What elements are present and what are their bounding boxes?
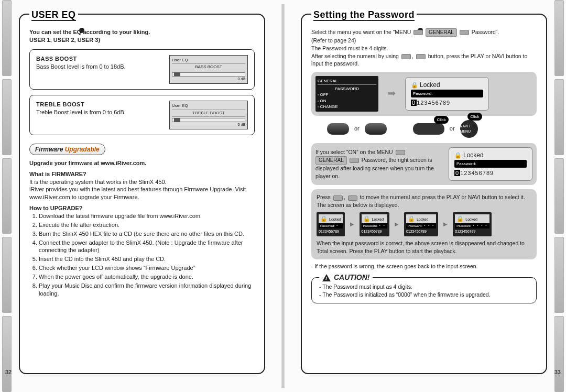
lock-icon bbox=[456, 217, 465, 221]
prev-button-icon bbox=[401, 54, 411, 59]
chip-password: Password”. bbox=[472, 29, 499, 35]
arrow-icon bbox=[350, 158, 359, 163]
dev-sub: PASSWORD bbox=[318, 86, 376, 92]
step: Execute the file after extraction. bbox=[39, 221, 255, 229]
chevron-right-icon bbox=[395, 220, 399, 228]
mini-2: Locked Password:* * 0123456789 bbox=[360, 212, 389, 237]
arrow-right-icon: ➡ bbox=[388, 87, 396, 100]
bass-boost-heading: BASS BOOST bbox=[36, 56, 77, 62]
p2b-chip: GENERAL bbox=[315, 156, 347, 165]
bass-val: 0 bbox=[238, 77, 240, 81]
prev-track-button[interactable] bbox=[327, 123, 349, 135]
step: Burn the SlimX 450 HEX file to a CD (be … bbox=[39, 230, 255, 238]
lock1-title: Locked bbox=[420, 81, 440, 89]
click-badge: Click bbox=[434, 116, 448, 124]
lock2-digits: 123456789 bbox=[460, 170, 494, 176]
pw-p2: If you select “ON” on the MENU GENERAL P… bbox=[315, 148, 441, 180]
password-frame: Setting the Password Select the menu you… bbox=[301, 14, 547, 374]
upgrade-steps: Download the latest firmware upgrade fil… bbox=[29, 212, 255, 297]
mini-1: Locked Password:* 0123456789 bbox=[317, 212, 345, 237]
lock-icon bbox=[408, 217, 417, 221]
user-eq-frame: USER EQ You can set the EQ according to … bbox=[19, 14, 265, 374]
user-eq-intro1: You can set the EQ according to your lik… bbox=[29, 29, 150, 35]
next-button-icon bbox=[348, 195, 357, 201]
screenbox-1: GENERAL PASSWORD OFF ON CHANGE ➡ Locked … bbox=[311, 72, 537, 116]
fw-q2: How to UPGRADE? bbox=[29, 205, 82, 211]
step: When the power goes off automatically, t… bbox=[39, 273, 255, 281]
lock2-hl: 0 bbox=[454, 170, 460, 176]
lock2-field: Password: bbox=[456, 161, 476, 167]
pw-p1d-a: After selecting the numeral by using bbox=[311, 53, 399, 59]
pw-p1b: (Refer to page 24) bbox=[311, 37, 537, 45]
menu-button-icon bbox=[396, 150, 405, 155]
mini-4: Locked Password:* * * * 0123456789 bbox=[453, 212, 491, 237]
next-button-icon bbox=[416, 54, 426, 59]
chip-general: GENERAL bbox=[426, 28, 457, 37]
page-number-right: 33 bbox=[554, 369, 561, 375]
fw-badge-a: Firmware bbox=[35, 146, 63, 153]
right-page: 33 Setting the Password Select the menu … bbox=[286, 4, 562, 388]
dev-item-on: ON bbox=[318, 98, 376, 104]
dev-hdr: GENERAL bbox=[318, 78, 376, 85]
lcd-row2: TREBLE BOOST bbox=[172, 110, 245, 117]
bass-unit: dB bbox=[241, 77, 245, 81]
fw-q1: What is FIRMWARE? bbox=[29, 171, 86, 177]
user-eq-title: USER EQ bbox=[29, 9, 78, 21]
or-label2: or bbox=[450, 125, 455, 133]
lcd-title2: User EQ bbox=[172, 103, 245, 110]
left-page: 32 USER EQ You can set the EQ according … bbox=[4, 4, 280, 388]
lock1-digits: 123456789 bbox=[417, 100, 450, 106]
menu-button-icon bbox=[413, 30, 423, 35]
treble-boost-lcd: User EQ TREBLE BOOST 0 dB bbox=[169, 101, 248, 129]
bass-boost-box: BASS BOOST Bass Boost level is from 0 to… bbox=[29, 49, 255, 90]
step: Connect the power adapter to the SlimX 4… bbox=[39, 239, 255, 255]
p3a: Press bbox=[317, 194, 331, 200]
screenbox-3: Press , to move the numeral and press th… bbox=[311, 189, 537, 259]
page-number-left: 32 bbox=[5, 369, 12, 375]
fw-badge-b: Upgradable bbox=[65, 146, 100, 153]
lock-icon bbox=[454, 151, 463, 159]
fw-a1b: iRiver provides you with the latest and … bbox=[29, 186, 255, 201]
treble-val: 0 bbox=[238, 123, 240, 126]
treble-slider bbox=[172, 118, 245, 122]
mini-3: Locked Password:* * * 0123456789 bbox=[404, 212, 438, 237]
navimenu-label: NAVI / MENU bbox=[460, 124, 478, 134]
next-track-button[interactable] bbox=[365, 123, 387, 135]
screenbox-2: If you select “ON” on the MENU GENERAL P… bbox=[311, 143, 537, 185]
caution-item: - The Password is initialized as “0000” … bbox=[319, 291, 529, 299]
firmware-upgradable-badge: Firmware Upgradable bbox=[29, 144, 105, 155]
mini-sequence: Locked Password:* 0123456789 Locked Pass… bbox=[317, 212, 531, 237]
lock1-hl: 0 bbox=[411, 100, 417, 106]
lock-icon bbox=[320, 217, 329, 221]
click-badge2: Click bbox=[467, 113, 482, 121]
dev-item-change: CHANGE bbox=[318, 104, 376, 110]
step: Insert the CD into the SlimX 450 and pla… bbox=[39, 255, 255, 263]
p5: - If the password is wrong, the screen g… bbox=[311, 263, 537, 270]
lock-icon bbox=[411, 81, 420, 89]
lcd-title: User EQ bbox=[172, 57, 245, 64]
warning-icon bbox=[322, 274, 331, 281]
lcd-row: BASS BOOST bbox=[172, 64, 245, 71]
or-label: or bbox=[354, 125, 360, 133]
lock1-field: Password: bbox=[413, 91, 432, 96]
caution-title: CAUTION! bbox=[319, 273, 373, 283]
button-row: or Click or NAVI / MENU Click bbox=[327, 120, 537, 138]
caution-item: - The Password must input as 4 digits. bbox=[319, 283, 529, 291]
treble-boost-box: TREBLE BOOST Treble Boost level is from … bbox=[29, 95, 255, 135]
prev-button-icon bbox=[333, 195, 343, 201]
page-spread: 32 USER EQ You can set the EQ according … bbox=[4, 4, 562, 388]
fw-line1: Upgrade your firmware at www.iRiver.com. bbox=[29, 160, 146, 166]
caution-box: CAUTION! - The Password must input as 4 … bbox=[311, 277, 537, 303]
password-title: Setting the Password bbox=[311, 9, 417, 21]
bass-slider bbox=[172, 72, 245, 77]
treble-boost-desc: Treble Boost level is from 0 to 6dB. bbox=[36, 109, 126, 115]
step: Check whether your LCD window shows “Fir… bbox=[39, 264, 255, 272]
user-eq-intro2: USER 1, USER 2, USER 3) bbox=[29, 37, 100, 43]
navi-menu-button[interactable]: NAVI / MENU Click bbox=[460, 120, 478, 138]
play-button[interactable]: Click bbox=[413, 123, 444, 135]
lock-icon bbox=[363, 217, 372, 221]
pw-p1c: The Password must be 4 digits. bbox=[311, 45, 537, 52]
bass-boost-lcd: User EQ BASS BOOST 0 dB bbox=[169, 55, 248, 84]
dev-item-off: OFF bbox=[318, 92, 376, 97]
p2a: If you select “ON” on the MENU bbox=[315, 149, 393, 155]
